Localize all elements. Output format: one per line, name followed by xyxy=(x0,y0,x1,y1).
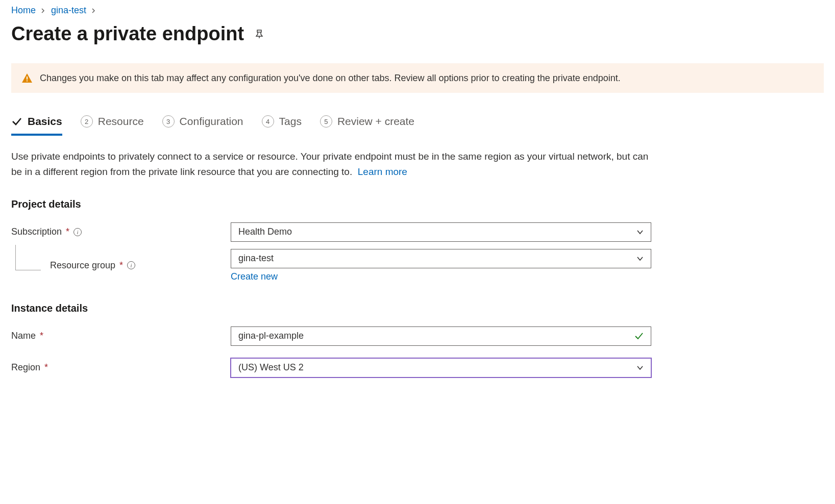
step-number: 5 xyxy=(320,115,332,128)
tree-indent-icon xyxy=(15,245,41,270)
svg-rect-1 xyxy=(27,77,28,80)
warning-banner: Changes you make on this tab may affect … xyxy=(11,63,824,93)
breadcrumb-home[interactable]: Home xyxy=(11,5,36,16)
breadcrumb: Home gina-test xyxy=(11,5,824,16)
breadcrumb-gina-test[interactable]: gina-test xyxy=(51,5,86,16)
resource-group-label: Resource group * i xyxy=(50,260,135,271)
page-title: Create a private endpoint xyxy=(11,23,244,45)
subscription-value: Health Demo xyxy=(238,226,292,237)
required-indicator: * xyxy=(40,331,43,341)
region-label: Region * xyxy=(11,362,231,373)
resource-group-select[interactable]: gina-test xyxy=(231,249,651,268)
tab-review-create[interactable]: 5 Review + create xyxy=(320,115,414,136)
warning-icon xyxy=(21,72,33,84)
tab-configuration[interactable]: 3 Configuration xyxy=(162,115,243,136)
tab-basics[interactable]: Basics xyxy=(11,115,62,136)
name-input[interactable]: gina-pl-example xyxy=(231,326,651,346)
svg-rect-2 xyxy=(27,81,28,82)
page-header: Create a private endpoint xyxy=(11,23,824,45)
project-details-heading: Project details xyxy=(11,198,824,210)
info-icon[interactable]: i xyxy=(127,261,135,269)
instance-details-heading: Instance details xyxy=(11,303,824,314)
chevron-right-icon xyxy=(41,7,46,15)
resource-group-row: Resource group * i gina-test Create new xyxy=(11,249,824,282)
learn-more-link[interactable]: Learn more xyxy=(358,166,407,177)
required-indicator: * xyxy=(119,260,123,271)
tab-label: Basics xyxy=(28,115,62,128)
tab-tags[interactable]: 4 Tags xyxy=(262,115,302,136)
tab-label: Configuration xyxy=(180,115,243,128)
step-number: 2 xyxy=(81,115,93,128)
warning-text: Changes you make on this tab may affect … xyxy=(40,73,621,84)
region-value: (US) West US 2 xyxy=(238,362,304,373)
subscription-select[interactable]: Health Demo xyxy=(231,222,651,242)
step-number: 4 xyxy=(262,115,274,128)
intro-text: Use private endpoints to privately conne… xyxy=(11,149,654,180)
name-value: gina-pl-example xyxy=(238,331,634,341)
chevron-down-icon xyxy=(636,229,644,236)
subscription-label: Subscription * i xyxy=(11,226,231,237)
create-new-link[interactable]: Create new xyxy=(231,271,278,282)
region-row: Region * (US) West US 2 xyxy=(11,358,824,377)
tab-label: Review + create xyxy=(337,115,414,128)
tab-label: Tags xyxy=(279,115,302,128)
name-label: Name * xyxy=(11,331,231,341)
pin-icon[interactable] xyxy=(254,29,264,39)
required-indicator: * xyxy=(44,362,48,373)
region-select[interactable]: (US) West US 2 xyxy=(231,358,651,377)
instance-details-section: Instance details Name * gina-pl-example … xyxy=(11,303,824,377)
project-details-section: Project details Subscription * i Health … xyxy=(11,198,824,282)
chevron-down-icon xyxy=(636,255,644,262)
wizard-tabs: Basics 2 Resource 3 Configuration 4 Tags… xyxy=(11,115,824,136)
tab-label: Resource xyxy=(98,115,144,128)
svg-rect-0 xyxy=(257,30,261,32)
info-icon[interactable]: i xyxy=(73,228,82,236)
subscription-row: Subscription * i Health Demo xyxy=(11,222,824,242)
step-number: 3 xyxy=(162,115,175,128)
chevron-right-icon xyxy=(91,7,96,15)
name-row: Name * gina-pl-example xyxy=(11,326,824,346)
resource-group-value: gina-test xyxy=(238,253,274,264)
required-indicator: * xyxy=(66,226,69,237)
tab-resource[interactable]: 2 Resource xyxy=(81,115,144,136)
chevron-down-icon xyxy=(636,364,644,371)
check-icon xyxy=(11,116,22,127)
check-icon xyxy=(634,332,644,341)
